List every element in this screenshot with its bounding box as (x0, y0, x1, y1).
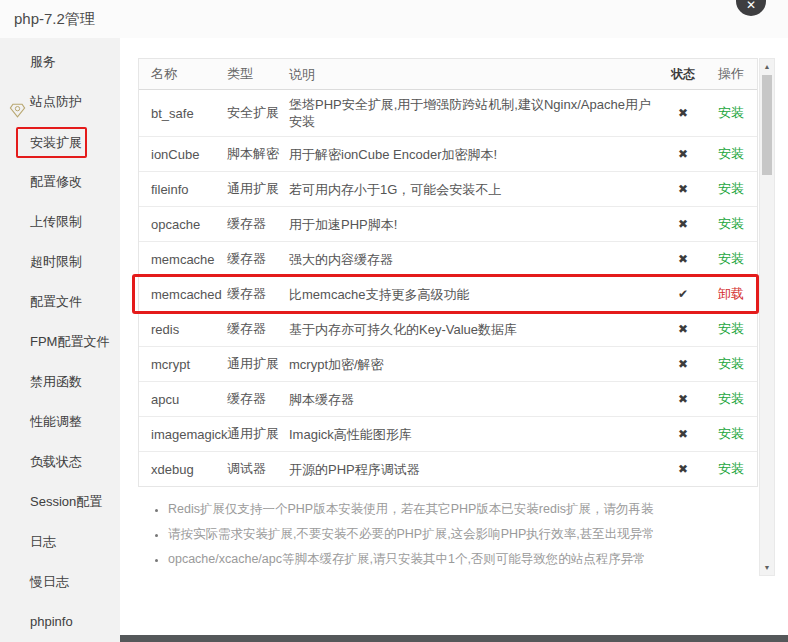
uninstall-link[interactable]: 卸载 (718, 286, 744, 301)
ext-type: 通用扩展 (227, 355, 289, 373)
status-not-installed-icon: ✖ (661, 462, 705, 476)
scroll-down-icon[interactable]: ▼ (760, 560, 774, 575)
sidebar-item-label: 负载状态 (30, 454, 82, 469)
sidebar-item-site-protection[interactable]: 站点防护 (0, 82, 120, 122)
sidebar-item-timeout-limit[interactable]: 超时限制 (0, 242, 120, 282)
install-link[interactable]: 安装 (718, 426, 744, 441)
install-link[interactable]: 安装 (718, 105, 744, 120)
header-cell-type: 类型 (227, 65, 289, 83)
header-cell-desc: 说明 (289, 60, 661, 89)
install-link[interactable]: 安装 (718, 321, 744, 336)
sidebar-item-label: 配置文件 (30, 294, 82, 309)
action-cell: 安装 (705, 390, 757, 408)
install-link[interactable]: 安装 (718, 391, 744, 406)
header-cell-status: 状态 (661, 66, 705, 83)
sidebar-item-label: 服务 (30, 54, 56, 69)
header-cell-action: 操作 (705, 65, 757, 83)
table-row-opcache: opcache缓存器用于加速PHP脚本!✖安装 (139, 207, 757, 242)
ext-name: mcrypt (139, 357, 227, 372)
action-cell: 安装 (705, 320, 757, 338)
action-cell: 安装 (705, 460, 757, 478)
status-not-installed-icon: ✖ (661, 106, 705, 120)
table-scrollbar[interactable]: ▲ ▼ (759, 58, 775, 576)
action-cell: 安装 (705, 180, 757, 198)
table-row-redis: redis缓存器基于内存亦可持久化的Key-Value数据库✖安装 (139, 312, 757, 347)
ext-name: apcu (139, 392, 227, 407)
status-installed-icon: ✔ (661, 287, 705, 301)
sidebar-item-label: phpinfo (30, 614, 73, 629)
sidebar-item-label: 禁用函数 (30, 374, 82, 389)
sidebar-item-label: 慢日志 (30, 574, 69, 589)
ext-desc: Imagick高性能图形库 (289, 420, 661, 449)
sidebar-item-label: 日志 (30, 534, 56, 549)
sidebar-item-config-modify[interactable]: 配置修改 (0, 162, 120, 202)
status-not-installed-icon: ✖ (661, 392, 705, 406)
sidebar-item-slow-log[interactable]: 慢日志 (0, 562, 120, 602)
install-link[interactable]: 安装 (718, 181, 744, 196)
scroll-up-icon[interactable]: ▲ (760, 59, 774, 74)
sidebar-item-upload-limit[interactable]: 上传限制 (0, 202, 120, 242)
ext-name: memcached (139, 287, 227, 302)
table-row-imagemagick: imagemagick通用扩展Imagick高性能图形库✖安装 (139, 417, 757, 452)
ext-desc: 基于内存亦可持久化的Key-Value数据库 (289, 315, 661, 344)
bottom-bar (120, 635, 788, 642)
scrollbar-thumb[interactable] (762, 75, 772, 175)
sidebar-item-label: 上传限制 (30, 214, 82, 229)
table-body: bt_safe安全扩展堡塔PHP安全扩展,用于增强防跨站机制,建议Nginx/A… (139, 90, 757, 486)
sidebar-item-session-config[interactable]: Session配置 (0, 482, 120, 522)
ext-desc: 若可用内存小于1G，可能会安装不上 (289, 175, 661, 204)
ext-type: 缓存器 (227, 215, 289, 233)
sidebar-item-performance-tuning[interactable]: 性能调整 (0, 402, 120, 442)
header-cell-name: 名称 (139, 65, 227, 83)
table-row-ionCube: ionCube脚本解密用于解密ionCube Encoder加密脚本!✖安装 (139, 137, 757, 172)
table-row-apcu: apcu缓存器脚本缓存器✖安装 (139, 382, 757, 417)
install-link[interactable]: 安装 (718, 356, 744, 371)
note-item: Redis扩展仅支持一个PHP版本安装使用，若在其它PHP版本已安装redis扩… (168, 501, 775, 517)
status-not-installed-icon: ✖ (661, 182, 705, 196)
ext-name: xdebug (139, 462, 227, 477)
sidebar-item-log[interactable]: 日志 (0, 522, 120, 562)
action-cell: 卸载 (705, 285, 757, 303)
ext-desc: 用于加速PHP脚本! (289, 210, 661, 239)
install-link[interactable]: 安装 (718, 146, 744, 161)
status-not-installed-icon: ✖ (661, 217, 705, 231)
sidebar-item-config-file[interactable]: 配置文件 (0, 282, 120, 322)
action-cell: 安装 (705, 355, 757, 373)
action-cell: 安装 (705, 250, 757, 268)
sidebar-item-label: 性能调整 (30, 414, 82, 429)
ext-desc: 开源的PHP程序调试器 (289, 455, 661, 484)
install-link[interactable]: 安装 (718, 461, 744, 476)
ext-type: 脚本解密 (227, 145, 289, 163)
sidebar-item-service[interactable]: 服务 (0, 42, 120, 82)
titlebar: php-7.2管理 (0, 0, 788, 38)
action-cell: 安装 (705, 145, 757, 163)
status-not-installed-icon: ✖ (661, 322, 705, 336)
ext-type: 缓存器 (227, 285, 289, 303)
notes-list: Redis扩展仅支持一个PHP版本安装使用，若在其它PHP版本已安装redis扩… (138, 501, 775, 567)
sidebar-item-label: Session配置 (30, 494, 102, 509)
ext-name: bt_safe (139, 106, 227, 121)
sidebar-item-fpm-config-file[interactable]: FPM配置文件 (0, 322, 120, 362)
window-title: php-7.2管理 (14, 0, 95, 38)
table-row-mcrypt: mcrypt通用扩展mcrypt加密/解密✖安装 (139, 347, 757, 382)
ext-name: ionCube (139, 147, 227, 162)
sidebar-item-load-status[interactable]: 负载状态 (0, 442, 120, 482)
sidebar-item-phpinfo[interactable]: phpinfo (0, 602, 120, 642)
ext-desc: 强大的内容缓存器 (289, 245, 661, 274)
sidebar-item-label: 站点防护 (30, 94, 82, 109)
ext-type: 调试器 (227, 460, 289, 478)
install-link[interactable]: 安装 (718, 251, 744, 266)
sidebar-item-label: 超时限制 (30, 254, 82, 269)
sidebar-item-label: 安装扩展 (16, 127, 87, 158)
table-row-bt_safe: bt_safe安全扩展堡塔PHP安全扩展,用于增强防跨站机制,建议Nginx/A… (139, 90, 757, 137)
table-header-row: 名称类型说明状态操作 (139, 59, 757, 90)
sidebar-item-install-extensions[interactable]: 安装扩展 (0, 122, 120, 162)
ext-name: redis (139, 322, 227, 337)
sidebar-item-disabled-functions[interactable]: 禁用函数 (0, 362, 120, 402)
ext-desc: mcrypt加密/解密 (289, 350, 661, 379)
install-link[interactable]: 安装 (718, 216, 744, 231)
status-not-installed-icon: ✖ (661, 147, 705, 161)
ext-desc: 脚本缓存器 (289, 385, 661, 414)
action-cell: 安装 (705, 215, 757, 233)
sidebar: 服务站点防护安装扩展配置修改上传限制超时限制配置文件FPM配置文件禁用函数性能调… (0, 38, 120, 642)
